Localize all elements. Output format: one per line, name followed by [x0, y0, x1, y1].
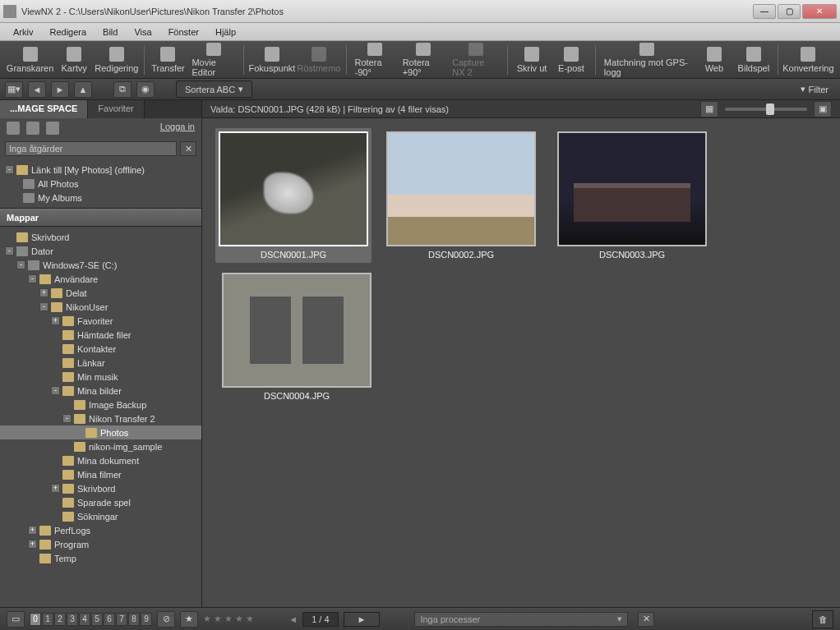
tab-image-space[interactable]: ...MAGE SPACE: [0, 100, 88, 118]
tool-rotera-90-[interactable]: Rotera -90°: [351, 43, 397, 77]
menu-fönster[interactable]: Fönster: [160, 25, 207, 39]
tool-movie-editor[interactable]: Movie Editor: [188, 43, 238, 77]
thumbnail[interactable]: DSCN0004.JPG: [219, 273, 375, 401]
label-digit-6[interactable]: 6: [104, 613, 115, 626]
expander-icon[interactable]: -: [39, 302, 48, 311]
tree-item-skrivbord[interactable]: +Skrivbord: [0, 481, 201, 495]
tool-bildspel[interactable]: Bildspel: [735, 43, 773, 77]
cancel-process-button[interactable]: ✕: [638, 612, 654, 627]
tool-fokuspunkt[interactable]: Fokuspunkt: [249, 43, 296, 77]
tree-item-l-nkar[interactable]: +Länkar: [0, 356, 201, 370]
expander-icon[interactable]: +: [51, 316, 60, 325]
star-toggle-icon[interactable]: ★: [180, 611, 198, 628]
expander-icon[interactable]: -: [16, 260, 25, 269]
link-myphotos[interactable]: - Länk till [My Photos] (offline): [5, 163, 196, 177]
nav-up-button[interactable]: ▲: [74, 81, 92, 98]
label-digit-1[interactable]: 1: [42, 613, 53, 626]
tool-rotera-90-[interactable]: Rotera +90°: [399, 43, 448, 77]
label-digit-8[interactable]: 8: [128, 613, 140, 626]
thumbnail-image[interactable]: [222, 273, 372, 388]
tool-konvertering[interactable]: Konvertering: [783, 43, 833, 77]
nav-fwd-button[interactable]: ►: [51, 81, 69, 98]
rating-stars[interactable]: ★ ★ ★ ★ ★: [203, 614, 254, 624]
thumbnail[interactable]: DSCN0001.JPG: [215, 128, 372, 263]
label-digit-5[interactable]: 5: [91, 613, 103, 626]
trash-button[interactable]: 🗑: [812, 610, 833, 628]
label-digit-2[interactable]: 2: [54, 613, 66, 626]
tree-item-nikon-transfer-2[interactable]: -Nikon Transfer 2: [0, 412, 201, 425]
tool-web[interactable]: Web: [695, 43, 733, 77]
play-button[interactable]: ►: [344, 612, 381, 627]
tree-item-temp[interactable]: +Temp: [0, 551, 201, 565]
actions-input[interactable]: [5, 141, 177, 156]
process-combo[interactable]: Inga processer▾: [414, 612, 628, 627]
tree-item-min-musik[interactable]: +Min musik: [0, 370, 201, 384]
filter-button[interactable]: ▾ Filter: [794, 81, 835, 97]
no-label-icon[interactable]: ⊘: [157, 611, 175, 628]
tool-transfer[interactable]: Transfer: [149, 43, 187, 77]
wrench-icon[interactable]: [26, 122, 39, 135]
tree-item-skrivbord[interactable]: +Skrivbord: [0, 230, 201, 244]
label-digit-7[interactable]: 7: [116, 613, 127, 626]
thumbnail-image[interactable]: [386, 131, 536, 246]
tool-matchning-mot-gps-logg[interactable]: Matchning mot GPS-logg: [601, 43, 694, 77]
label-digit-0[interactable]: 0: [30, 613, 41, 626]
view-grid-button[interactable]: ▦▾: [5, 81, 23, 98]
expander-icon[interactable]: +: [28, 526, 37, 535]
tree-item-mina-filmer[interactable]: +Mina filmer: [0, 467, 201, 481]
expander-icon[interactable]: +: [51, 484, 60, 493]
tree-item-sparade-spel[interactable]: +Sparade spel: [0, 495, 201, 509]
tree-item-delat[interactable]: +Delat: [0, 286, 201, 300]
camera-button[interactable]: ◉: [136, 81, 155, 98]
tool-granskaren[interactable]: Granskaren: [7, 43, 53, 77]
expander-icon[interactable]: +: [39, 288, 48, 297]
label-digit-3[interactable]: 3: [67, 613, 78, 626]
maximize-button[interactable]: ▢: [778, 4, 801, 19]
login-link[interactable]: Logga in: [160, 122, 195, 135]
thumb-size-slider[interactable]: [725, 108, 807, 111]
thumbnail-image[interactable]: [557, 131, 707, 246]
tool-kartvy[interactable]: Kartvy: [55, 43, 93, 77]
minimize-button[interactable]: —: [753, 4, 776, 19]
link-my-albums[interactable]: My Albums: [5, 191, 196, 205]
menu-bild[interactable]: Bild: [95, 25, 126, 39]
menu-hjälp[interactable]: Hjälp: [207, 25, 244, 39]
tree-item-favoriter[interactable]: +Favoriter: [0, 314, 201, 328]
tab-favorites[interactable]: Favoriter: [88, 100, 144, 118]
link-all-photos[interactable]: All Photos: [5, 177, 196, 191]
tree-item-h-mtade-filer[interactable]: +Hämtade filer: [0, 328, 201, 342]
tree-item-mina-bilder[interactable]: -Mina bilder: [0, 384, 201, 398]
tool-e-post[interactable]: E-post: [552, 43, 590, 77]
thumbnail[interactable]: DSCN0003.JPG: [554, 131, 710, 260]
tree-item-kontakter[interactable]: +Kontakter: [0, 342, 201, 356]
thumb-large-icon[interactable]: ▣: [814, 101, 832, 117]
menu-redigera[interactable]: Redigera: [41, 25, 95, 39]
tool-skriv-ut[interactable]: Skriv ut: [513, 43, 551, 77]
tree-item-dator[interactable]: -Dator: [0, 244, 201, 258]
sort-button[interactable]: Sortera ABC▾: [176, 80, 252, 98]
expander-icon[interactable]: -: [5, 246, 14, 255]
label-digit-9[interactable]: 9: [141, 613, 152, 626]
tree-item-nikon-img-sample[interactable]: +nikon-img_sample: [0, 439, 201, 453]
prev-page-button[interactable]: ◄: [288, 614, 298, 624]
clear-actions-button[interactable]: ✕: [180, 141, 196, 156]
home-icon[interactable]: [7, 122, 20, 135]
label-digit-4[interactable]: 4: [79, 613, 90, 626]
tree-item-nikonuser[interactable]: -NikonUser: [0, 300, 201, 314]
tool-redigering[interactable]: Redigering: [95, 43, 138, 77]
tree-item-mina-dokument[interactable]: +Mina dokument: [0, 453, 201, 467]
tree-item-image-backup[interactable]: +Image Backup: [0, 398, 201, 412]
copy-button[interactable]: ⧉: [113, 81, 132, 98]
thumbnail[interactable]: DSCN0002.JPG: [383, 131, 539, 260]
qmark-icon[interactable]: [46, 122, 59, 135]
nav-back-button[interactable]: ◄: [28, 81, 46, 98]
tree-item-windows7-se-c-[interactable]: -Windows7-SE (C:): [0, 258, 201, 272]
expander-icon[interactable]: -: [62, 414, 72, 423]
thumbnail-image[interactable]: [219, 131, 368, 246]
menu-visa[interactable]: Visa: [126, 25, 159, 39]
thumb-small-icon[interactable]: ▦: [700, 101, 718, 117]
menu-arkiv[interactable]: Arkiv: [5, 25, 41, 39]
close-button[interactable]: ✕: [802, 4, 837, 19]
tree-item-anv-ndare[interactable]: -Användare: [0, 272, 201, 286]
expander-icon[interactable]: -: [51, 386, 60, 395]
